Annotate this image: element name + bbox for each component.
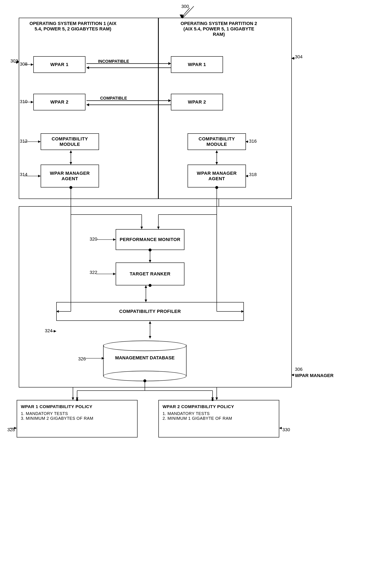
- wpar-manager-agent1-box: WPAR MANAGER AGENT: [41, 165, 99, 187]
- ref-318: 318: [249, 172, 257, 177]
- svg-marker-106: [211, 398, 214, 400]
- ref-300: 300: [181, 4, 189, 9]
- performance-monitor-box: PERFORMANCE MONITOR: [116, 229, 185, 250]
- svg-marker-1: [180, 15, 183, 18]
- ref-306: 306: [295, 367, 303, 372]
- ref-328: 328: [7, 427, 15, 432]
- wpar1-left-box: WPAR 1: [33, 56, 86, 73]
- compat-profiler-box: COMPATIBILITY PROFILER: [56, 302, 244, 321]
- svg-marker-57: [292, 57, 294, 60]
- ref-310: 310: [20, 99, 28, 104]
- management-database-container: MANAGEMENT DATABASE: [103, 338, 186, 380]
- target-ranker-box: TARGET RANKER: [116, 262, 185, 285]
- svg-marker-47: [216, 398, 218, 400]
- ref-326: 326: [78, 356, 86, 362]
- ref-320: 320: [90, 237, 97, 242]
- svg-marker-118: [279, 427, 282, 429]
- compat-module1-box: COMPATIBILITY MODULE: [41, 133, 99, 150]
- diagram: 300 OPERATING SYSTEM PARTITION 1 (AIX 5.…: [0, 0, 392, 561]
- incompatible-label: INCOMPATIBLE: [90, 59, 138, 64]
- ref-316: 316: [249, 139, 257, 144]
- os-partition1-label: OPERATING SYSTEM PARTITION 1 (AIX 5.4, P…: [29, 21, 117, 32]
- wpar2-left-box: WPAR 2: [33, 94, 86, 110]
- ref-322: 322: [90, 270, 97, 275]
- svg-marker-104: [76, 398, 78, 400]
- ref-324: 324: [45, 328, 53, 334]
- wpar2-policy-box: WPAR 2 COMPATIBILITY POLICY 1. MANDATORY…: [158, 400, 279, 437]
- ref-304: 304: [295, 54, 303, 60]
- compatible-label: COMPATIBLE: [90, 96, 138, 101]
- compat-module2-box: COMPATIBILITY MODULE: [187, 133, 246, 150]
- ref-308: 308: [20, 62, 28, 67]
- wpar-manager-label: WPAR MANAGER: [295, 373, 333, 378]
- wpar1-right-box: WPAR 1: [171, 56, 223, 73]
- svg-line-0: [181, 8, 190, 18]
- svg-marker-44: [72, 398, 74, 400]
- wpar1-policy-box: WPAR 1 COMPATIBILITY POLICY 1. MANDATORY…: [17, 400, 138, 437]
- ref-312: 312: [20, 139, 28, 144]
- ref-302: 302: [11, 58, 18, 64]
- wpar-manager-agent2-box: WPAR MANAGER AGENT: [187, 165, 246, 187]
- ref-330: 330: [282, 427, 290, 432]
- wpar2-right-box: WPAR 2: [171, 94, 223, 110]
- os-partition2-label: OPERATING SYSTEM PARTITION 2 (AIX 5.4, P…: [179, 21, 258, 37]
- ref-314: 314: [20, 172, 28, 177]
